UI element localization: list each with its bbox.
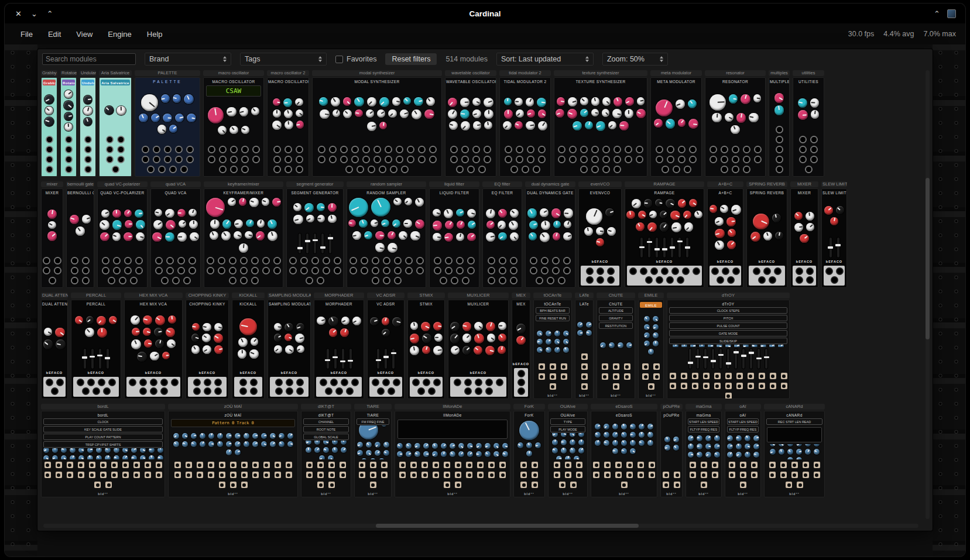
module-tile[interactable]: DUAL ATTENUVERTERDUAL ATTENUVERTERbEFACO (41, 293, 68, 399)
module-tile[interactable]: SPRING REVERBSPRING REVERBbEFACO (746, 181, 787, 288)
jack-port-icon (83, 389, 88, 394)
horizontal-scrollbar[interactable] (43, 524, 918, 528)
module-tile[interactable]: dIKT@TdIKT@TCHANNELROOT NOTEGLOBAL SCALE… (301, 404, 351, 497)
jack-port-icon (287, 380, 292, 385)
jack-port-icon (341, 157, 347, 162)
module-tile[interactable]: pOuPRepOuPRebId°° (660, 404, 683, 497)
favorites-checkbox[interactable] (335, 56, 343, 63)
knob-icon (676, 99, 685, 109)
module-tile[interactable]: VC ADSRVC ADSRbEFACO (367, 293, 405, 399)
tags-dropdown[interactable]: Tags (240, 53, 327, 66)
jack-port-icon (537, 278, 542, 283)
module-tile[interactable]: PERCALLPERCALLbEFACO (71, 293, 121, 399)
module-tile[interactable]: meta modulatormeta modulator (650, 70, 702, 177)
module-tile[interactable]: MUXLICERMUXLICERbEFACO (448, 293, 509, 399)
knob-icon (485, 451, 491, 457)
module-tile[interactable]: resonatorresonator (705, 70, 766, 177)
menu-file[interactable]: File (14, 28, 39, 41)
module-tile[interactable]: ForKForKbId°° (513, 404, 545, 497)
module-tile[interactable]: SAMPLING MODULATORSAMPLING MODULATORbEFA… (268, 293, 311, 399)
module-tile[interactable]: LATeLATebId°° (575, 293, 594, 399)
brand-dropdown[interactable]: Brand (145, 53, 231, 66)
module-tile[interactable]: oAïoAïSTART LEN SPEEDFLTYP FREQ RESbId°° (725, 404, 761, 497)
module-tile[interactable]: RAMPAGERAMPAGEbEFACO (625, 181, 704, 288)
jack-row (287, 255, 343, 287)
module-tile[interactable]: MIXERMIXERbEFACO (790, 181, 818, 288)
menu-engine[interactable]: Engine (101, 28, 138, 41)
knob-icon (392, 97, 401, 106)
module-tile[interactable]: cANARdcANARdREC STRT LEN READbId°° (764, 404, 825, 497)
module-tile[interactable]: OUAIveOUAIveTYPEPLAY MODEbId°° (548, 404, 588, 497)
knob-icon (333, 109, 340, 117)
horizontal-scrollbar-thumb[interactable] (376, 524, 639, 528)
knob-icon (753, 435, 759, 441)
module-tile[interactable]: evenVCOevenVCObEFACO (578, 181, 622, 288)
module-tile[interactable]: multiplesmultiples (769, 70, 790, 177)
module-tile[interactable]: bernoulli gatebernoulli gate (66, 181, 94, 288)
module-tile[interactable]: STMIXSTMIXbEFACO (407, 293, 445, 399)
knob-icon (647, 440, 653, 446)
module-tile[interactable]: texture synthesizertexture synthesizer (554, 70, 647, 177)
knob-icon (595, 424, 601, 430)
vertical-scrollbar-thumb[interactable] (926, 178, 930, 339)
module-tile[interactable]: dTrOYdTrOYCLOCK STEPSPITCHPULSE COUNTGAT… (667, 293, 790, 399)
knob-icon (61, 455, 67, 460)
module-tile[interactable]: tOCAnTetOCAnTeBPH BEATS BARFINE RESET RU… (533, 293, 572, 399)
knob-icon (727, 444, 733, 449)
menu-help[interactable]: Help (140, 28, 169, 41)
knob-icon (352, 317, 361, 325)
module-tile[interactable]: quad VC-polarizerquad VC-polarizer (97, 181, 148, 288)
module-tile[interactable]: CHOPPING KINKYCHOPPING KINKYbEFACO (186, 293, 229, 399)
module-section-label: START LEN SPEED (688, 418, 719, 425)
module-tile[interactable]: MORPHADERMORPHADERbEFACO (314, 293, 364, 399)
jack-port-icon (576, 472, 582, 478)
module-tile[interactable]: keyframer/mixerkeyframer/mixer (204, 181, 283, 288)
module-tile[interactable]: KICKALLKICKALLbEFACO (232, 293, 265, 399)
sort-dropdown[interactable]: Sort: Last updated (496, 53, 594, 66)
knob-icon (304, 203, 314, 212)
jack-port-icon (276, 389, 282, 394)
module-tile[interactable]: MEXMEXbEFACO (512, 293, 530, 399)
module-tile[interactable]: zOÙ MAÏzOÙ MAÏPattern 0 Track 0bId°° (168, 404, 298, 497)
module-tile[interactable]: modal synthesizermodal synthesizer (312, 70, 442, 177)
menu-edit[interactable]: Edit (42, 28, 67, 41)
module-tile[interactable]: EQ filterEQ filter (482, 181, 522, 288)
vertical-scrollbar[interactable] (926, 70, 930, 519)
module-tile[interactable]: maGmamaGmaSTART LEN SPEEDFLTYP FREQ RESb… (685, 404, 722, 497)
menu-view[interactable]: View (70, 28, 99, 41)
module-tile[interactable]: EMILEEMILEbId°° (638, 293, 664, 399)
module-tile[interactable]: A+B+CA+B+CbEFACO (707, 181, 743, 288)
reset-filters-button[interactable]: Reset filters (385, 53, 437, 65)
module-tile[interactable]: ChUTEChUTEALTITUDEGRAVITYRESTITUTIONbId°… (597, 293, 635, 399)
module-tile[interactable]: GrabbyGrabby (41, 70, 57, 177)
module-tile[interactable]: dual dynamics gatedual dynamics gate (525, 181, 575, 288)
module-tile[interactable]: lIMonADelIMonADebId°° (395, 404, 510, 497)
module-tile[interactable]: liquid filterliquid filter (429, 181, 479, 288)
zoom-dropdown[interactable]: Zoom: 50% (602, 53, 668, 66)
module-tile[interactable]: tidal modulator 2tidal modulator 2 (499, 70, 551, 177)
module-tile[interactable]: utilitiesutilities (793, 70, 824, 177)
module-tile[interactable]: macro oscillator 2macro oscillator 2 (267, 70, 309, 177)
module-tile[interactable]: macro oscillatormacro oscillatorCSAW (203, 70, 264, 177)
module-tile[interactable]: bordLbordLCLOCKKEY SCALE GATE SLIDEPLAY … (41, 404, 165, 497)
search-input[interactable] (42, 53, 136, 65)
module-screen (397, 420, 508, 439)
module-tile[interactable]: random samplerrandom sampler (347, 181, 426, 288)
module-tile[interactable]: PALETTEPALETTE (135, 70, 200, 177)
module-tile[interactable]: quad VCAquad VCA (150, 181, 201, 288)
knob-icon (388, 109, 396, 118)
knob-icon (361, 458, 367, 459)
module-tile[interactable]: SLEW LIMITERSLEW LIMITERbEFACO (821, 181, 847, 288)
module-tile[interactable]: eDsaroSeDsaroSbId°° (591, 404, 657, 497)
knob-grid (822, 195, 846, 236)
jack-port-icon (486, 389, 492, 394)
module-tile[interactable]: UndularUndular (80, 70, 96, 177)
module-tile[interactable]: mixermixer (41, 181, 63, 288)
module-tile[interactable]: RotatoesRotatoes (60, 70, 77, 177)
module-tile[interactable]: HEX MIX VCAHEX MIX VCAbEFACO (124, 293, 183, 399)
knob-icon (200, 433, 205, 439)
module-tile[interactable]: TiARETiAREFM FREQ FINEbId°° (354, 404, 392, 497)
module-tile[interactable]: wavetable oscillatorwavetable oscillator (445, 70, 496, 177)
module-tile[interactable]: segment generatorsegment generator (286, 181, 344, 288)
module-tile[interactable]: Aria SalvatriceAria Salvatrice (99, 70, 132, 177)
